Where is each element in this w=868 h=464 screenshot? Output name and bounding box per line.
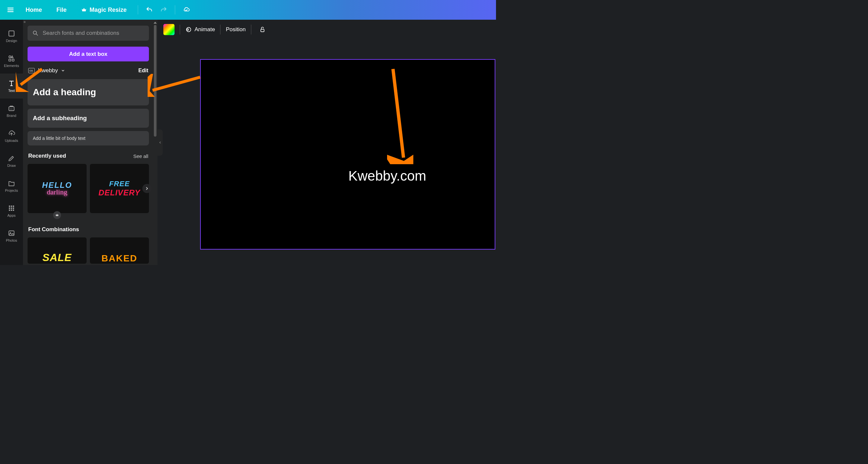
edit-brand-link[interactable]: Edit bbox=[138, 68, 148, 74]
rail-uploads[interactable]: Uploads bbox=[0, 123, 23, 148]
svg-rect-14 bbox=[13, 209, 14, 211]
scroll-left-gutter bbox=[23, 20, 26, 265]
tile-sale-text: SALE bbox=[42, 252, 71, 264]
font-combinations-title: Font Combinations bbox=[28, 226, 79, 233]
rail-text[interactable]: Text bbox=[0, 74, 23, 98]
canvas-area: Animate Position Kwebby.com bbox=[157, 20, 496, 265]
text-panel: Add a text box CO. Kwebby Edit Add a hea… bbox=[23, 20, 157, 265]
rail-design[interactable]: Design bbox=[0, 24, 23, 49]
animate-icon bbox=[185, 26, 192, 33]
svg-point-19 bbox=[187, 29, 189, 31]
rail-apps[interactable]: Apps bbox=[0, 198, 23, 223]
crown-icon bbox=[55, 213, 59, 217]
undo-button[interactable] bbox=[143, 4, 155, 16]
rail-elements[interactable]: Elements bbox=[0, 49, 23, 74]
svg-point-1 bbox=[9, 56, 11, 58]
svg-rect-6 bbox=[9, 206, 10, 207]
cloud-sync-button[interactable] bbox=[180, 4, 192, 16]
svg-point-17 bbox=[33, 31, 36, 34]
search-input[interactable] bbox=[43, 30, 144, 36]
design-icon bbox=[7, 30, 16, 37]
magic-resize-menu[interactable]: Magic Resize bbox=[75, 4, 132, 16]
search-fonts-box[interactable] bbox=[28, 26, 149, 41]
photos-icon bbox=[7, 229, 16, 237]
rail-draw[interactable]: Draw bbox=[0, 148, 23, 173]
rail-uploads-label: Uploads bbox=[5, 139, 18, 143]
brand-co-icon: CO. bbox=[28, 68, 35, 73]
rail-photos-label: Photos bbox=[6, 238, 17, 242]
chevron-right-icon bbox=[145, 186, 149, 191]
position-label: Position bbox=[226, 26, 245, 33]
svg-rect-12 bbox=[9, 209, 10, 211]
rail-photos[interactable]: Photos bbox=[0, 223, 23, 248]
canvas-viewport[interactable]: Kwebby.com bbox=[157, 39, 496, 265]
animate-button[interactable]: Animate bbox=[185, 26, 215, 33]
svg-rect-3 bbox=[12, 59, 14, 61]
tiles-next-button[interactable] bbox=[143, 184, 152, 193]
rail-apps-label: Apps bbox=[7, 213, 16, 218]
rail-brand[interactable]: CO. Brand bbox=[0, 98, 23, 123]
rail-brand-label: Brand bbox=[6, 114, 16, 118]
font-combo-sale[interactable]: SALE bbox=[28, 237, 87, 264]
canvas-text-element[interactable]: Kwebby.com bbox=[348, 168, 426, 184]
svg-rect-7 bbox=[11, 206, 12, 207]
add-subheading-card[interactable]: Add a subheading bbox=[28, 109, 149, 128]
panel-scrollbar[interactable] bbox=[153, 20, 157, 265]
font-combo-baked[interactable]: BAKED bbox=[90, 237, 149, 264]
rail-text-label: Text bbox=[8, 89, 15, 93]
home-menu[interactable]: Home bbox=[20, 4, 48, 16]
lock-button[interactable] bbox=[256, 24, 268, 35]
hamburger-icon bbox=[7, 6, 14, 13]
unlock-icon bbox=[259, 26, 266, 33]
apps-icon bbox=[7, 204, 16, 212]
recently-used-title: Recently used bbox=[28, 153, 66, 159]
color-picker-button[interactable] bbox=[163, 24, 175, 35]
font-combinations-header: Font Combinations bbox=[28, 226, 149, 233]
brand-dropdown[interactable]: CO. Kwebby bbox=[28, 67, 65, 74]
brand-icon: CO. bbox=[7, 105, 16, 112]
context-toolbar: Animate Position bbox=[157, 20, 496, 39]
crown-icon bbox=[81, 7, 87, 13]
tile-preview: HELLO darling bbox=[42, 181, 72, 196]
position-button[interactable]: Position bbox=[226, 26, 245, 33]
top-menu-bar: Home File Magic Resize bbox=[0, 0, 496, 20]
svg-rect-11 bbox=[13, 207, 14, 209]
text-template-hello-darling[interactable]: HELLO darling bbox=[28, 164, 87, 213]
tile-baked-text: BAKED bbox=[101, 253, 137, 264]
rail-draw-label: Draw bbox=[7, 164, 16, 168]
chevron-down-icon bbox=[61, 69, 65, 72]
undo-icon bbox=[146, 6, 153, 13]
svg-rect-8 bbox=[13, 206, 14, 207]
rail-elements-label: Elements bbox=[4, 64, 19, 68]
projects-icon bbox=[7, 179, 16, 187]
scrollbar-thumb[interactable] bbox=[154, 25, 156, 137]
divider bbox=[138, 5, 138, 14]
premium-crown-badge bbox=[53, 211, 61, 219]
scroll-up-arrow[interactable] bbox=[24, 21, 26, 23]
text-template-free-delivery[interactable]: FREE DELIVERY bbox=[90, 164, 149, 213]
svg-rect-10 bbox=[11, 207, 12, 209]
design-canvas[interactable]: Kwebby.com bbox=[200, 59, 495, 250]
rail-projects[interactable]: Projects bbox=[0, 173, 23, 198]
divider bbox=[251, 25, 251, 34]
tile-preview: FREE DELIVERY bbox=[98, 180, 141, 197]
svg-rect-20 bbox=[261, 29, 264, 32]
add-text-box-button[interactable]: Add a text box bbox=[28, 47, 149, 61]
draw-icon bbox=[7, 154, 16, 162]
add-heading-card[interactable]: Add a heading bbox=[28, 79, 149, 106]
left-rail: Design Elements Text CO. Brand Uploads D… bbox=[0, 20, 23, 265]
svg-rect-0 bbox=[9, 31, 14, 36]
recently-used-header: Recently used See all bbox=[28, 153, 149, 159]
redo-button[interactable] bbox=[158, 4, 169, 16]
redo-icon bbox=[160, 6, 167, 13]
see-all-link[interactable]: See all bbox=[133, 153, 148, 159]
hamburger-menu-button[interactable] bbox=[4, 3, 17, 17]
svg-rect-9 bbox=[9, 207, 10, 209]
file-menu[interactable]: File bbox=[51, 4, 72, 16]
divider bbox=[175, 5, 175, 14]
search-icon bbox=[32, 30, 39, 36]
rail-projects-label: Projects bbox=[5, 188, 18, 193]
uploads-icon bbox=[7, 129, 16, 137]
animate-label: Animate bbox=[194, 26, 215, 33]
add-body-text-card[interactable]: Add a little bit of body text bbox=[28, 131, 149, 145]
